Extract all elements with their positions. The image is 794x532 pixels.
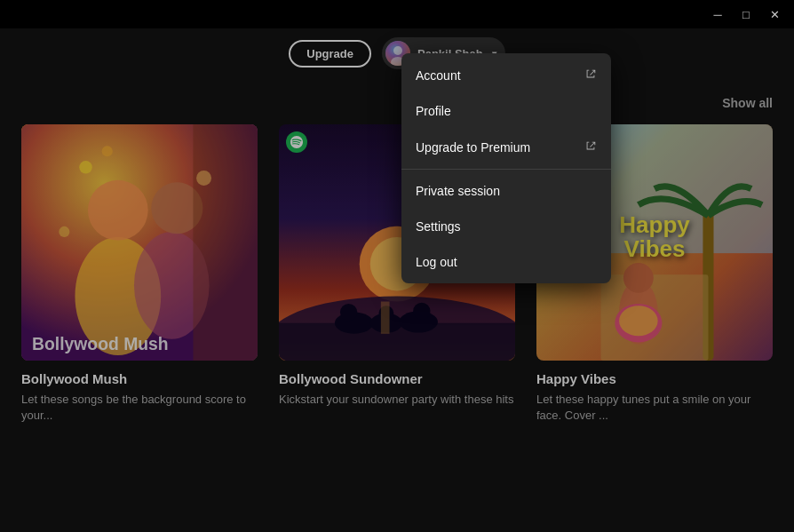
dropdown-item-private-session[interactable]: Private session bbox=[401, 173, 611, 209]
dropdown-item-settings[interactable]: Settings bbox=[401, 209, 611, 244]
dropdown-upgrade-label: Upgrade to Premium bbox=[416, 140, 530, 155]
titlebar: ─ □ ✕ bbox=[0, 0, 794, 28]
dropdown-item-logout[interactable]: Log out bbox=[401, 244, 611, 280]
minimize-button[interactable]: ─ bbox=[705, 4, 730, 24]
dropdown-logout-label: Log out bbox=[416, 255, 457, 269]
titlebar-controls: ─ □ ✕ bbox=[705, 4, 787, 24]
close-button[interactable]: ✕ bbox=[762, 4, 787, 24]
maximize-button[interactable]: □ bbox=[734, 4, 758, 24]
dropdown-account-label: Account bbox=[416, 68, 461, 83]
dropdown-item-account[interactable]: Account bbox=[401, 57, 611, 93]
dropdown-profile-label: Profile bbox=[416, 104, 451, 118]
dropdown-private-session-label: Private session bbox=[416, 184, 500, 198]
overlay[interactable] bbox=[0, 28, 794, 532]
dropdown-settings-label: Settings bbox=[416, 219, 461, 234]
user-dropdown-menu: Account Profile Upgrade to Premium Priva… bbox=[401, 53, 611, 283]
external-link-icon-upgrade bbox=[584, 139, 597, 155]
dropdown-item-profile[interactable]: Profile bbox=[401, 93, 611, 129]
external-link-icon-account bbox=[584, 67, 597, 83]
dropdown-item-upgrade[interactable]: Upgrade to Premium bbox=[401, 129, 611, 165]
dropdown-divider bbox=[401, 169, 611, 170]
